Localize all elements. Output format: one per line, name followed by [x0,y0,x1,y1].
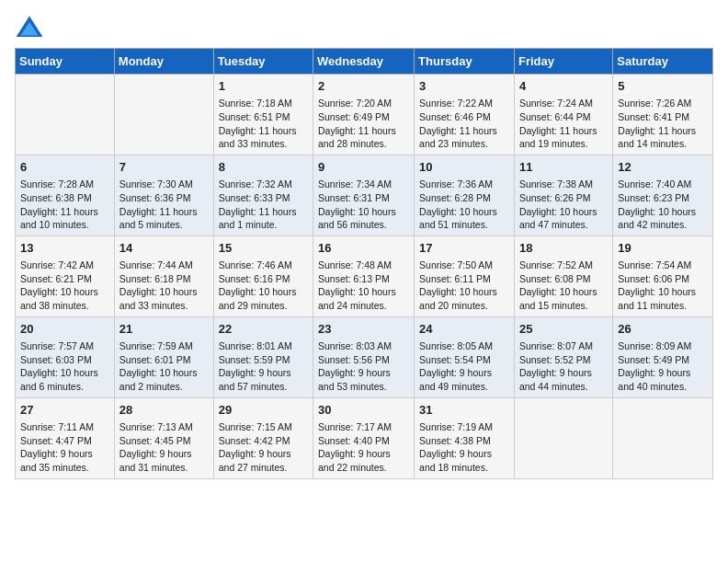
calendar-cell: 13Sunrise: 7:42 AM Sunset: 6:21 PM Dayli… [16,236,115,316]
calendar-cell: 22Sunrise: 8:01 AM Sunset: 5:59 PM Dayli… [213,316,313,397]
day-number: 13 [20,240,109,257]
calendar-cell: 3Sunrise: 7:22 AM Sunset: 6:46 PM Daylig… [415,75,515,155]
cell-content: Sunrise: 7:42 AM Sunset: 6:21 PM Dayligh… [20,259,109,313]
cell-content: Sunrise: 7:40 AM Sunset: 6:23 PM Dayligh… [618,178,708,232]
day-number: 31 [419,402,509,419]
cell-content: Sunrise: 7:20 AM Sunset: 6:49 PM Dayligh… [318,97,409,151]
day-number: 26 [618,321,708,338]
day-number: 12 [618,159,708,176]
calendar-row-2: 6Sunrise: 7:28 AM Sunset: 6:38 PM Daylig… [16,155,713,236]
day-number: 25 [519,321,608,338]
cell-content: Sunrise: 8:05 AM Sunset: 5:54 PM Dayligh… [419,339,509,394]
cell-content: Sunrise: 7:34 AM Sunset: 6:31 PM Dayligh… [318,178,409,232]
calendar-cell: 19Sunrise: 7:54 AM Sunset: 6:06 PM Dayli… [613,236,713,316]
calendar-body: 1Sunrise: 7:18 AM Sunset: 6:51 PM Daylig… [16,75,713,479]
day-number: 21 [119,321,209,338]
calendar-table: SundayMondayTuesdayWednesdayThursdayFrid… [15,48,713,479]
cell-content: Sunrise: 7:28 AM Sunset: 6:38 PM Dayligh… [20,178,109,232]
calendar-cell: 20Sunrise: 7:57 AM Sunset: 6:03 PM Dayli… [16,316,115,397]
cell-content: Sunrise: 7:36 AM Sunset: 6:28 PM Dayligh… [419,178,509,232]
day-number: 6 [20,159,109,176]
day-number: 8 [219,159,308,176]
calendar-cell [16,75,115,155]
calendar-cell: 8Sunrise: 7:32 AM Sunset: 6:33 PM Daylig… [213,155,313,236]
calendar-cell: 6Sunrise: 7:28 AM Sunset: 6:38 PM Daylig… [16,155,115,236]
calendar-cell: 5Sunrise: 7:26 AM Sunset: 6:41 PM Daylig… [613,75,713,155]
calendar-row-1: 1Sunrise: 7:18 AM Sunset: 6:51 PM Daylig… [16,75,713,155]
calendar-cell: 26Sunrise: 8:09 AM Sunset: 5:49 PM Dayli… [613,316,713,397]
day-number: 3 [419,78,509,95]
day-number: 23 [318,321,409,338]
calendar-cell [613,397,713,478]
cell-content: Sunrise: 7:52 AM Sunset: 6:08 PM Dayligh… [519,259,608,313]
header-row: SundayMondayTuesdayWednesdayThursdayFrid… [16,49,713,75]
day-number: 2 [318,78,409,95]
calendar-cell: 16Sunrise: 7:48 AM Sunset: 6:13 PM Dayli… [313,236,415,316]
calendar-cell: 29Sunrise: 7:15 AM Sunset: 4:42 PM Dayli… [213,397,313,478]
day-number: 30 [318,402,409,419]
calendar-cell: 1Sunrise: 7:18 AM Sunset: 6:51 PM Daylig… [213,75,313,155]
cell-content: Sunrise: 7:54 AM Sunset: 6:06 PM Dayligh… [618,259,708,313]
cell-content: Sunrise: 7:50 AM Sunset: 6:11 PM Dayligh… [419,259,509,313]
day-number: 20 [20,321,109,338]
day-number: 18 [519,240,608,257]
logo [15,15,48,40]
calendar-cell: 24Sunrise: 8:05 AM Sunset: 5:54 PM Dayli… [415,316,515,397]
cell-content: Sunrise: 7:26 AM Sunset: 6:41 PM Dayligh… [618,97,708,151]
day-number: 4 [519,78,608,95]
cell-content: Sunrise: 7:46 AM Sunset: 6:16 PM Dayligh… [219,259,308,313]
cell-content: Sunrise: 7:24 AM Sunset: 6:44 PM Dayligh… [519,97,608,151]
calendar-cell: 4Sunrise: 7:24 AM Sunset: 6:44 PM Daylig… [514,75,612,155]
header-cell-sunday: Sunday [16,49,115,75]
day-number: 19 [618,240,708,257]
calendar-cell: 17Sunrise: 7:50 AM Sunset: 6:11 PM Dayli… [415,236,515,316]
cell-content: Sunrise: 8:01 AM Sunset: 5:59 PM Dayligh… [219,339,308,394]
calendar-cell: 25Sunrise: 8:07 AM Sunset: 5:52 PM Dayli… [514,316,612,397]
cell-content: Sunrise: 8:07 AM Sunset: 5:52 PM Dayligh… [519,339,608,394]
cell-content: Sunrise: 7:13 AM Sunset: 4:45 PM Dayligh… [119,420,209,475]
calendar-cell: 31Sunrise: 7:19 AM Sunset: 4:38 PM Dayli… [415,397,515,478]
day-number: 9 [318,159,409,176]
header-cell-tuesday: Tuesday [213,49,313,75]
cell-content: Sunrise: 7:11 AM Sunset: 4:47 PM Dayligh… [20,420,109,475]
header-cell-wednesday: Wednesday [313,49,415,75]
header-cell-thursday: Thursday [415,49,515,75]
calendar-cell: 18Sunrise: 7:52 AM Sunset: 6:08 PM Dayli… [514,236,612,316]
cell-content: Sunrise: 7:32 AM Sunset: 6:33 PM Dayligh… [219,178,308,232]
calendar-cell: 2Sunrise: 7:20 AM Sunset: 6:49 PM Daylig… [313,75,415,155]
cell-content: Sunrise: 7:17 AM Sunset: 4:40 PM Dayligh… [318,420,409,475]
day-number: 22 [219,321,308,338]
cell-content: Sunrise: 7:44 AM Sunset: 6:18 PM Dayligh… [119,259,209,313]
calendar-cell: 30Sunrise: 7:17 AM Sunset: 4:40 PM Dayli… [313,397,415,478]
calendar-cell: 14Sunrise: 7:44 AM Sunset: 6:18 PM Dayli… [114,236,213,316]
day-number: 14 [119,240,209,257]
calendar-cell [514,397,612,478]
cell-content: Sunrise: 7:48 AM Sunset: 6:13 PM Dayligh… [318,259,409,313]
calendar-cell [114,75,213,155]
cell-content: Sunrise: 7:22 AM Sunset: 6:46 PM Dayligh… [419,97,509,151]
cell-content: Sunrise: 7:18 AM Sunset: 6:51 PM Dayligh… [219,97,308,151]
cell-content: Sunrise: 7:38 AM Sunset: 6:26 PM Dayligh… [519,178,608,232]
calendar-cell: 23Sunrise: 8:03 AM Sunset: 5:56 PM Dayli… [313,316,415,397]
cell-content: Sunrise: 7:57 AM Sunset: 6:03 PM Dayligh… [20,339,109,394]
day-number: 16 [318,240,409,257]
calendar-header: SundayMondayTuesdayWednesdayThursdayFrid… [16,49,713,75]
cell-content: Sunrise: 8:09 AM Sunset: 5:49 PM Dayligh… [618,339,708,394]
day-number: 7 [119,159,209,176]
day-number: 11 [519,159,608,176]
header-cell-friday: Friday [514,49,612,75]
calendar-cell: 9Sunrise: 7:34 AM Sunset: 6:31 PM Daylig… [313,155,415,236]
day-number: 10 [419,159,509,176]
header-cell-saturday: Saturday [613,49,713,75]
calendar-row-3: 13Sunrise: 7:42 AM Sunset: 6:21 PM Dayli… [16,236,713,316]
calendar-row-4: 20Sunrise: 7:57 AM Sunset: 6:03 PM Dayli… [16,316,713,397]
calendar-cell: 28Sunrise: 7:13 AM Sunset: 4:45 PM Dayli… [114,397,213,478]
day-number: 27 [20,402,109,419]
cell-content: Sunrise: 7:59 AM Sunset: 6:01 PM Dayligh… [119,339,209,394]
cell-content: Sunrise: 7:30 AM Sunset: 6:36 PM Dayligh… [119,178,209,232]
logo-icon [15,15,44,40]
calendar-cell: 21Sunrise: 7:59 AM Sunset: 6:01 PM Dayli… [114,316,213,397]
cell-content: Sunrise: 8:03 AM Sunset: 5:56 PM Dayligh… [318,339,409,394]
calendar-cell: 12Sunrise: 7:40 AM Sunset: 6:23 PM Dayli… [613,155,713,236]
cell-content: Sunrise: 7:19 AM Sunset: 4:38 PM Dayligh… [419,420,509,475]
